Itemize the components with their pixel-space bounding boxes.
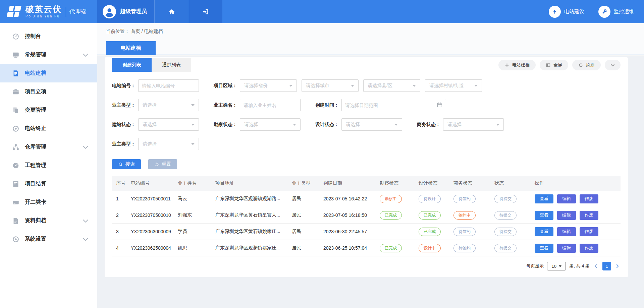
city-select[interactable]: 请选择城市	[302, 79, 359, 92]
design-status-select[interactable]: 请选择	[341, 118, 402, 131]
home-button[interactable]	[154, 0, 189, 23]
province-select[interactable]: 请选择省份	[240, 79, 297, 92]
next-page-button[interactable]	[614, 263, 621, 269]
owner-name: 学员	[174, 229, 211, 235]
station-table: 序号 电站编号 业主姓名 项目地址 业主类型 创建日期 勘察状态 设计状态 商务…	[112, 176, 621, 256]
filter-label: 业主姓名：	[214, 102, 240, 108]
calculator-icon	[12, 180, 19, 188]
void-button[interactable]: 作废	[580, 194, 598, 203]
filter-form: 电站编号： 项目区域： 请选择省份 请选择城市 请选择县/区 请选择村镇/街道 …	[105, 72, 628, 150]
edit-button[interactable]: 编辑	[557, 194, 576, 203]
created-date: 2023-06-30 22:45:57	[319, 229, 376, 234]
owner-name-input[interactable]	[240, 99, 301, 111]
nav-station-build[interactable]: 电站建设	[549, 6, 584, 18]
copy-icon	[12, 107, 19, 114]
county-select[interactable]: 请选择县/区	[363, 79, 420, 92]
sidebar-item-label: 电站终止	[25, 125, 46, 132]
sidebar-item-project-initiation[interactable]: 项目立项	[0, 82, 97, 101]
project-address: 广东深圳龙华区黄石镇星官大...	[211, 212, 288, 218]
page-tab-station-archive[interactable]: 电站建档	[106, 41, 156, 55]
edit-button[interactable]: 编辑	[557, 244, 576, 253]
search-button[interactable]: 搜索	[112, 159, 141, 169]
content-card: 创建列表 通过列表 电站建档 全屏 刷新	[105, 57, 628, 277]
topbar-quick-nav: 电站建设 监控运维	[549, 0, 644, 23]
row-index: 4	[112, 245, 127, 251]
void-button[interactable]: 作废	[580, 227, 598, 236]
design-status-badge: 设计中	[419, 244, 441, 252]
view-button[interactable]: 查看	[535, 194, 553, 203]
owner-type-select[interactable]: 请选择	[138, 99, 199, 111]
filter-actions: 搜索 重置	[105, 157, 628, 176]
status-badge: 待提交	[494, 211, 517, 220]
sidebar-item-general-mgmt[interactable]: 常规管理	[0, 46, 97, 64]
reset-button[interactable]: 重置	[148, 159, 177, 169]
row-actions: 查看 编辑 作废	[535, 211, 621, 220]
brand-divider	[66, 7, 66, 17]
station-code: YX2023063000009	[127, 229, 174, 234]
sidebar-item-change-mgmt[interactable]: 变更管理	[0, 101, 97, 119]
owner-type-2-select[interactable]: 请选择	[138, 138, 199, 150]
date-range-input[interactable]	[341, 99, 446, 111]
row-actions: 查看 编辑 作废	[535, 227, 621, 236]
gauge-icon	[12, 162, 19, 169]
sidebar-item-open-card[interactable]: 开二类卡	[0, 193, 97, 211]
filter-row-2: 业主类型： 请选择 业主姓名： 创建时间：	[112, 99, 621, 111]
sidebar-item-engineering-mgmt[interactable]: 工程管理	[0, 156, 97, 175]
col-owner-type: 业主类型	[288, 180, 319, 186]
filter-row-3: 建站状态： 请选择 勘察状态： 请选择 设计状态： 请选择 商务状态： 请选择	[112, 118, 621, 131]
page-number-button[interactable]: 1	[602, 262, 611, 270]
sidebar-item-console[interactable]: 控制台	[0, 27, 97, 46]
sidebar-item-label: 工程管理	[25, 162, 46, 169]
prev-page-button[interactable]	[593, 263, 599, 269]
view-button[interactable]: 查看	[535, 244, 553, 253]
sidebar-item-data-archive[interactable]: 资料归档	[0, 211, 97, 230]
void-button[interactable]: 作废	[580, 244, 598, 253]
reset-label: 重置	[162, 161, 171, 167]
sidebar-item-system-settings[interactable]: 系统设置	[0, 230, 97, 248]
nav-monitor-ops[interactable]: 监控运维	[598, 6, 634, 18]
owner-name: 刘强东	[174, 212, 211, 218]
reset-icon	[154, 162, 159, 167]
row-actions: 查看 编辑 作废	[535, 194, 621, 203]
sidebar-item-project-settlement[interactable]: 项目结算	[0, 175, 97, 193]
tab-create-list[interactable]: 创建列表	[112, 58, 152, 72]
sidebar-item-label: 仓库管理	[25, 143, 46, 150]
user-section[interactable]: 超级管理员	[97, 0, 154, 23]
design-status-badge: 已完成	[419, 228, 441, 236]
build-status-placeholder: 请选择	[143, 122, 157, 128]
collapse-toolbar-button[interactable]	[605, 60, 621, 70]
edit-button[interactable]: 编辑	[557, 211, 576, 220]
card-icon	[12, 199, 19, 206]
add-station-button[interactable]: 电站建档	[498, 60, 536, 70]
sitemap-icon	[12, 143, 19, 151]
logout-button[interactable]	[189, 0, 222, 23]
sidebar-item-station-terminate[interactable]: 电站终止	[0, 119, 97, 138]
void-button[interactable]: 作废	[580, 211, 598, 220]
business-status-select[interactable]: 请选择	[443, 118, 504, 131]
edit-button[interactable]: 编辑	[557, 227, 576, 236]
plus-icon	[504, 63, 509, 68]
fullscreen-button[interactable]: 全屏	[540, 60, 568, 70]
avatar-icon	[103, 5, 116, 18]
sidebar-item-warehouse-mgmt[interactable]: 仓库管理	[0, 138, 97, 156]
build-status-select[interactable]: 请选择	[138, 118, 199, 131]
nav-monitor-ops-label: 监控运维	[614, 8, 634, 15]
per-page-select[interactable]: 10	[547, 262, 566, 270]
town-select[interactable]: 请选择村镇/街道	[425, 79, 482, 92]
station-code-input[interactable]	[138, 79, 199, 92]
filter-region: 项目区域： 请选择省份 请选择城市 请选择县/区 请选择村镇/街道	[214, 79, 482, 92]
filter-station-code: 电站编号：	[112, 79, 199, 92]
view-button[interactable]: 查看	[535, 227, 553, 236]
col-actions: 操作	[531, 180, 621, 186]
owner-type: 居民	[288, 196, 319, 202]
document-icon	[12, 70, 19, 77]
business-status-badge: 待签约	[453, 244, 476, 252]
refresh-icon	[578, 63, 583, 68]
col-business-status: 商务状态	[449, 180, 490, 186]
refresh-button[interactable]: 刷新	[572, 60, 601, 70]
view-button[interactable]: 查看	[535, 211, 553, 220]
sidebar-item-station-archive[interactable]: 电站建档	[0, 64, 97, 82]
tab-passed-list[interactable]: 通过列表	[152, 58, 191, 72]
survey-status-select[interactable]: 请选择	[240, 118, 301, 131]
breadcrumb-home[interactable]: 首页	[131, 28, 140, 34]
